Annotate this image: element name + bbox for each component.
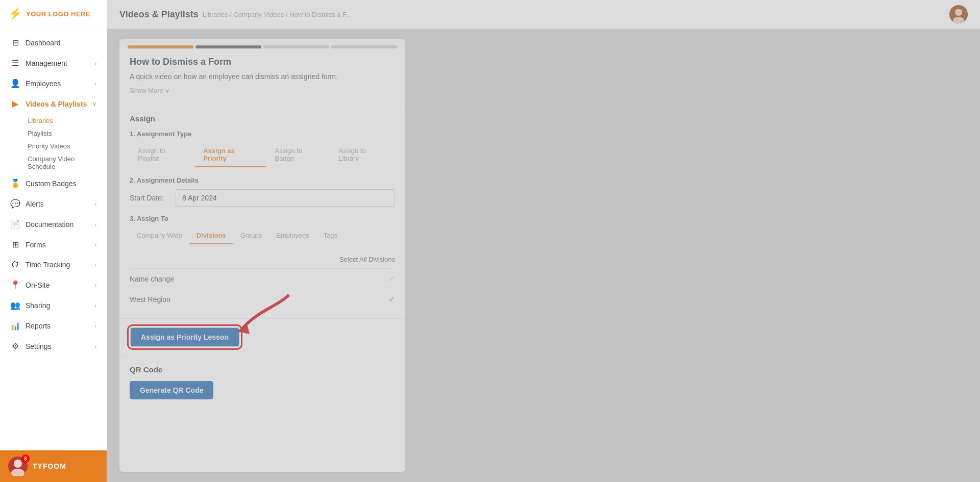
assignment-details-label: 2. Assignment Details xyxy=(130,176,395,184)
video-description: A quick video on how an employee can dis… xyxy=(130,72,395,81)
sidebar-nav: ⊟ Dashboard ☰ Management › 👤 Employees ›… xyxy=(0,28,107,450)
video-progress-tabs xyxy=(119,39,405,48)
content-area: How to Dismiss a Form A quick video on h… xyxy=(107,29,980,482)
sidebar-item-forms[interactable]: ⊞ Forms › xyxy=(2,235,105,255)
tab-assign-to-badge[interactable]: Assign to Badge xyxy=(266,143,330,167)
tab-assign-to-library[interactable]: Assign to Library xyxy=(330,143,395,167)
sidebar-item-videos-playlists[interactable]: ▶ Videos & Playlists ∨ xyxy=(2,94,105,114)
tab-tags[interactable]: Tags xyxy=(316,227,345,244)
sidebar-item-management[interactable]: ☰ Management › xyxy=(2,53,105,73)
assign-to-tabs: Company Wide Divisions Groups Employees … xyxy=(130,227,395,244)
chevron-down-icon: ∨ xyxy=(92,100,96,107)
assign-priority-lesson-button[interactable]: Assign as Priority Lesson xyxy=(130,327,240,347)
svg-point-3 xyxy=(955,9,962,16)
sidebar-item-label: Sharing xyxy=(26,301,50,310)
reports-icon: 📊 xyxy=(10,321,20,331)
management-icon: ☰ xyxy=(10,58,20,68)
sidebar-item-alerts[interactable]: 💬 Alerts › xyxy=(2,194,105,214)
sidebar-item-label: Dashboard xyxy=(26,39,61,47)
logo-text: YOUR LOGO HERE xyxy=(26,10,90,18)
breadcrumb: Libraries / Company Videos / How to Dism… xyxy=(203,11,352,18)
assign-btn-row: Assign as Priority Lesson xyxy=(119,319,405,356)
time-tracking-icon: ⏱ xyxy=(10,260,20,269)
sharing-icon: 👥 xyxy=(10,300,20,310)
on-site-icon: 📍 xyxy=(10,280,20,290)
video-title: How to Dismiss a Form xyxy=(130,57,395,67)
employees-icon: 👤 xyxy=(10,79,20,88)
company-name: TYFOOM xyxy=(33,462,66,470)
start-date-input[interactable] xyxy=(176,189,395,207)
tab-groups[interactable]: Groups xyxy=(233,227,270,244)
chevron-right-icon: › xyxy=(94,201,96,207)
video-tab-2 xyxy=(195,45,261,48)
svg-point-1 xyxy=(11,469,24,476)
tab-company-wide[interactable]: Company Wide xyxy=(130,227,189,244)
sidebar-item-label: Employees xyxy=(26,80,61,88)
sidebar-logo: ⚡ YOUR LOGO HERE xyxy=(0,0,107,28)
chevron-right-icon: › xyxy=(94,323,96,329)
sidebar-item-sharing[interactable]: 👥 Sharing › xyxy=(2,295,105,315)
divisions-header: Select All Divisions xyxy=(130,252,395,266)
qr-section: QR Code Generate QR Code xyxy=(119,356,405,409)
assignment-type-tabs: Assign to Playlist Assign as Priority As… xyxy=(130,143,395,167)
sidebar: ⚡ YOUR LOGO HERE ⊟ Dashboard ☰ Managemen… xyxy=(0,0,107,482)
assignment-type-label: 1. Assignment Type xyxy=(130,130,395,138)
tab-assign-to-playlist[interactable]: Assign to Playlist xyxy=(130,143,195,167)
show-more-button[interactable]: Show More ∨ xyxy=(130,87,395,94)
sidebar-item-label: Time Tracking xyxy=(26,261,70,269)
video-info: How to Dismiss a Form A quick video on h… xyxy=(119,48,405,105)
chevron-right-icon: › xyxy=(94,302,96,309)
sidebar-sub-item-priority-videos[interactable]: Priority Videos xyxy=(23,140,107,153)
division-name: West Region xyxy=(130,295,170,303)
sidebar-item-label: Alerts xyxy=(26,200,44,208)
chevron-right-icon: › xyxy=(94,262,96,268)
tab-employees[interactable]: Employees xyxy=(269,227,316,244)
generate-qr-code-button[interactable]: Generate QR Code xyxy=(130,381,213,399)
sidebar-sub-item-company-video-schedule[interactable]: Company Video Schedule xyxy=(23,153,107,173)
topbar-left: Videos & Playlists Libraries / Company V… xyxy=(119,9,351,20)
footer-avatar-wrap: 8 xyxy=(8,456,28,476)
alerts-icon: 💬 xyxy=(10,199,20,209)
forms-icon: ⊞ xyxy=(10,240,20,249)
sidebar-item-label: Settings xyxy=(26,342,52,350)
sidebar-footer: 8 TYFOOM xyxy=(0,450,107,482)
check-icon-name-change: ✓ xyxy=(388,274,395,284)
division-row-name-change: Name change ✓ xyxy=(130,268,395,289)
sidebar-sub-item-libraries[interactable]: Libraries xyxy=(23,114,107,127)
sidebar-item-time-tracking[interactable]: ⏱ Time Tracking › xyxy=(2,255,105,274)
sidebar-item-dashboard[interactable]: ⊟ Dashboard xyxy=(2,33,105,53)
logo-icon: ⚡ xyxy=(8,7,22,20)
sidebar-item-label: Videos & Playlists xyxy=(26,100,87,108)
videos-playlists-icon: ▶ xyxy=(10,99,20,109)
sidebar-item-label: Forms xyxy=(26,241,46,249)
main-content: Videos & Playlists Libraries / Company V… xyxy=(107,0,980,482)
svg-point-0 xyxy=(14,460,22,468)
sidebar-item-label: Documentation xyxy=(26,220,74,229)
topbar-right xyxy=(949,5,968,23)
sidebar-item-employees[interactable]: 👤 Employees › xyxy=(2,73,105,93)
sidebar-sub-item-playlists[interactable]: Playlists xyxy=(23,127,107,140)
divisions-table: Select All Divisions Name change ✓ West … xyxy=(130,252,395,309)
tab-assign-as-priority[interactable]: Assign as Priority xyxy=(195,143,266,167)
video-tab-3 xyxy=(263,45,329,48)
content-panel: How to Dismiss a Form A quick video on h… xyxy=(119,39,405,472)
assign-section-title: Assign xyxy=(130,114,395,123)
start-date-label: Start Date: xyxy=(130,194,176,202)
start-date-row: Start Date: xyxy=(130,189,395,207)
sidebar-item-on-site[interactable]: 📍 On-Site › xyxy=(2,275,105,295)
video-tab-1 xyxy=(128,45,193,48)
dashboard-icon: ⊟ xyxy=(10,38,20,47)
sidebar-item-documentation[interactable]: 📄 Documentation › xyxy=(2,214,105,234)
chevron-right-icon: › xyxy=(94,60,96,66)
check-icon-west-region: ✓ xyxy=(388,294,395,304)
tab-divisions[interactable]: Divisions xyxy=(189,227,233,244)
division-name: Name change xyxy=(130,275,174,283)
custom-badges-icon: 🏅 xyxy=(10,179,20,188)
sidebar-item-custom-badges[interactable]: 🏅 Custom Badges xyxy=(2,173,105,193)
select-all-divisions-label: Select All Divisions xyxy=(339,256,395,263)
sidebar-item-reports[interactable]: 📊 Reports › xyxy=(2,316,105,336)
sidebar-submenu-videos: Libraries Playlists Priority Videos Comp… xyxy=(0,114,107,173)
page-title: Videos & Playlists xyxy=(119,9,199,20)
sidebar-item-settings[interactable]: ⚙ Settings › xyxy=(2,336,105,356)
user-avatar[interactable] xyxy=(949,5,968,23)
